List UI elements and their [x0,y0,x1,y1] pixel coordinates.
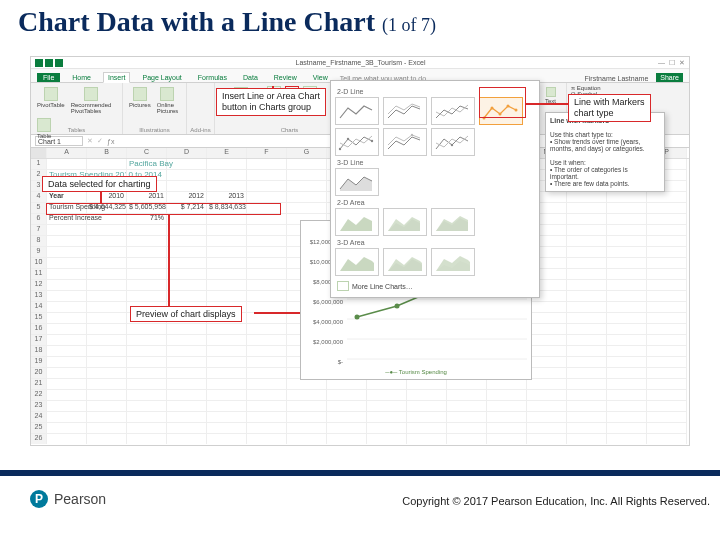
col-A[interactable]: A [47,148,87,158]
line-type-thumb[interactable] [383,97,427,125]
dropdown-heading: 3-D Area [337,239,535,246]
cell[interactable]: 2013 [207,192,247,203]
share-button[interactable]: Share [656,73,683,82]
row-head[interactable]: 1 [31,159,47,170]
row-head[interactable]: 7 [31,225,47,236]
label: Table [37,133,51,139]
col-E[interactable]: E [207,148,247,158]
area-type-thumb[interactable] [335,208,379,236]
label: Recommended PivotTables [71,102,112,114]
svg-point-11 [483,117,486,120]
line-type-thumb[interactable] [431,128,475,156]
qat-icon[interactable] [55,59,63,67]
qat-icon[interactable] [35,59,43,67]
row-head[interactable]: 4 [31,192,47,203]
row-head[interactable]: 9 [31,247,47,258]
col-D[interactable]: D [167,148,207,158]
row-head[interactable]: 22 [31,390,47,401]
row-head[interactable]: 16 [31,324,47,335]
cell[interactable]: Year [47,192,87,203]
cell[interactable]: 71% [127,214,167,225]
enter-icon[interactable]: ✓ [97,137,103,145]
col-F[interactable]: F [247,148,287,158]
tab-formulas[interactable]: Formulas [194,73,231,82]
tt-line: important. [550,173,579,180]
area-type-thumb[interactable] [383,208,427,236]
row-head[interactable]: 5 [31,203,47,214]
row-head[interactable]: 18 [31,346,47,357]
row-head[interactable]: 11 [31,269,47,280]
row-head[interactable]: 15 [31,313,47,324]
line-type-thumb[interactable] [335,168,379,196]
row-head[interactable]: 13 [31,291,47,302]
row-head[interactable]: 12 [31,280,47,291]
user-name[interactable]: Firstname Lastname [585,75,649,82]
cell[interactable]: $ 7,214 [167,203,207,214]
select-all[interactable] [31,148,47,158]
window-controls[interactable]: —☐✕ [658,59,685,67]
fx-icon[interactable]: ƒx [107,138,114,145]
line-type-thumb[interactable] [335,97,379,125]
callout-data-selected: Data selected for charting [42,176,157,192]
group-illustrations: Pictures Online Pictures Illustrations [123,83,187,134]
cell[interactable]: $ 5,605,958 [127,203,167,214]
area3d-type-thumb[interactable] [335,248,379,276]
pivottable-button[interactable]: PivotTable [35,85,67,110]
connector [526,103,568,105]
line-type-thumb[interactable] [431,97,475,125]
minimize-icon[interactable]: — [658,59,665,67]
cell[interactable]: Pacifica Bay [127,159,167,170]
cell[interactable]: 2011 [127,192,167,203]
tab-file[interactable]: File [37,73,60,82]
cell[interactable]: 2012 [167,192,207,203]
tab-review[interactable]: Review [270,73,301,82]
row-head[interactable]: 25 [31,423,47,434]
col-C[interactable]: C [127,148,167,158]
col-B[interactable]: B [87,148,127,158]
y-tick: $4,000,000 [303,319,343,325]
dropdown-heading: 3-D Line [337,159,535,166]
pictures-button[interactable]: Pictures [127,85,153,110]
row-head[interactable]: 21 [31,379,47,390]
row-head[interactable]: 6 [31,214,47,225]
area-type-thumb[interactable] [431,208,475,236]
line-type-thumb[interactable] [383,128,427,156]
line-with-markers-thumb[interactable] [479,97,523,125]
close-icon[interactable]: ✕ [679,59,685,67]
row-head[interactable]: 17 [31,335,47,346]
row-head[interactable]: 26 [31,434,47,444]
y-tick: $- [303,359,343,365]
area3d-type-thumb[interactable] [431,248,475,276]
cell[interactable]: Percent Increase [47,214,87,225]
qat-icon[interactable] [45,59,53,67]
line-type-thumb[interactable] [335,128,379,156]
tab-data[interactable]: Data [239,73,262,82]
row-head[interactable]: 23 [31,401,47,412]
cell[interactable]: 2010 [87,192,127,203]
maximize-icon[interactable]: ☐ [669,59,675,67]
quick-access-toolbar[interactable] [35,59,63,67]
row-head[interactable]: 14 [31,302,47,313]
tab-view[interactable]: View [309,73,332,82]
row-head[interactable]: 8 [31,236,47,247]
cancel-icon[interactable]: ✕ [87,137,93,145]
cell[interactable]: $ 8,834,633 [207,203,247,214]
row-head[interactable]: 19 [31,357,47,368]
app-title: Lastname_Firstname_3B_Tourism - Excel [63,59,658,66]
row-head[interactable]: 24 [31,412,47,423]
cell[interactable]: $ 4,644,325 [87,203,127,214]
tab-page-layout[interactable]: Page Layout [138,73,185,82]
accent-bar [0,470,720,476]
col-G[interactable]: G [287,148,327,158]
line-chart-dropdown[interactable]: 2-D Line 3-D Line 2-D Area 3-D Area More… [330,80,540,298]
row-head[interactable]: 10 [31,258,47,269]
more-line-charts[interactable]: More Line Charts… [335,279,535,293]
area3d-type-thumb[interactable] [383,248,427,276]
online-pictures-button[interactable]: Online Pictures [155,85,181,116]
svg-point-41 [395,304,400,309]
tab-insert[interactable]: Insert [103,72,131,83]
tab-home[interactable]: Home [68,73,95,82]
cell[interactable]: Tourism Spending [47,203,87,214]
row-head[interactable]: 20 [31,368,47,379]
recommended-pivot-button[interactable]: Recommended PivotTables [69,85,114,116]
